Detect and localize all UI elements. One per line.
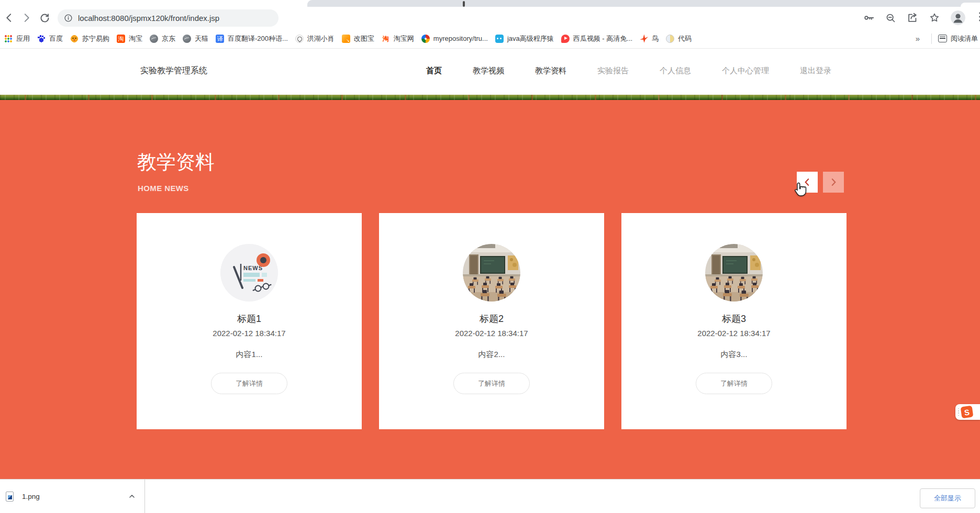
download-item[interactable]: 1.png	[0, 479, 145, 513]
bookmark-item[interactable]: 天猫	[182, 34, 215, 43]
translate-icon	[216, 35, 224, 43]
bookmark-label: 鸟	[652, 34, 659, 43]
bookmark-label: myrepository/tru...	[433, 35, 488, 42]
site-header: 实验教学管理系统 首页 教学视频 教学资料 实验报告 个人信息 个人中心管理 退…	[0, 49, 980, 95]
reading-list-label: 阅读清单	[951, 34, 978, 43]
reading-list-icon	[938, 35, 947, 42]
bookmark-item[interactable]: 洪湖小肖	[294, 34, 341, 43]
news-card: NEWS 标题1 2022-02-12 18:34:17 内容1... 了解详情	[137, 213, 362, 429]
bookmark-label: 天猫	[195, 34, 208, 43]
avatar-icon	[951, 10, 965, 25]
browser-menu-button[interactable]	[976, 10, 980, 25]
taobao-text-icon	[382, 35, 390, 43]
site-info-icon[interactable]	[64, 14, 73, 23]
tab-strip	[0, 0, 980, 7]
section-title: 教学资料	[137, 152, 215, 172]
card-detail-button[interactable]: 了解详情	[211, 373, 287, 394]
image-file-icon	[6, 492, 14, 501]
hero-section: 教学资料 HOME NEWS NEWS	[0, 100, 980, 479]
tab-divider-notch	[463, 1, 465, 7]
bookmarks-bar: 应用 百度 苏宁易购 淘宝 京东 天猫 百度翻译-200种语... 洪湖小肖 改…	[0, 29, 980, 49]
bookmark-item[interactable]: myrepository/tru...	[420, 35, 494, 43]
bookmark-label: 百度翻译-200种语...	[228, 34, 288, 43]
card-detail-button[interactable]: 了解详情	[453, 373, 530, 394]
forward-button[interactable]	[18, 9, 36, 27]
show-all-downloads-button[interactable]: 全部显示	[920, 488, 975, 508]
screenshot-tool-widget[interactable]: S	[955, 404, 980, 420]
bookmark-label: 西瓜视频 - 高清免...	[573, 34, 632, 43]
bookmark-item[interactable]: 淘宝	[116, 34, 149, 43]
zoom-out-icon[interactable]	[885, 13, 896, 24]
tab-strip-background	[307, 0, 980, 7]
globe-icon	[183, 35, 191, 43]
nav-item[interactable]: 实验报告	[597, 66, 629, 76]
download-item-menu[interactable]	[128, 492, 136, 500]
address-bar[interactable]: localhost:8080/jspmx120k/front/index.jsp	[58, 9, 279, 27]
bookmarks-divider	[931, 34, 932, 44]
xigua-icon	[561, 35, 570, 43]
bookmark-item[interactable]: 应用	[3, 34, 36, 43]
baidu-paw-icon	[37, 35, 46, 43]
news-card: 标题3 2022-02-12 18:34:17 内容3... 了解详情	[621, 213, 847, 429]
nav-item[interactable]: 教学视频	[473, 66, 504, 76]
bookmark-item[interactable]: 百度翻译-200种语...	[215, 34, 294, 43]
classroom-photo	[463, 244, 520, 302]
bookmark-item[interactable]: 鸟	[639, 34, 665, 43]
card-title: 标题3	[722, 313, 746, 325]
download-bar: 1.png 全部显示	[0, 479, 980, 513]
globe-icon	[150, 35, 158, 43]
card-date: 2022-02-12 18:34:17	[455, 329, 528, 338]
bookmark-label: 改图宝	[354, 34, 374, 43]
card-content: 内容1...	[236, 350, 263, 360]
bookmark-item[interactable]: 西瓜视频 - 高清免...	[560, 34, 639, 43]
site-brand: 实验教学管理系统	[140, 65, 207, 76]
main-nav: 首页 教学视频 教学资料 实验报告 个人信息 个人中心管理 退出登录	[426, 66, 831, 76]
nav-item[interactable]: 教学资料	[535, 66, 566, 76]
card-content: 内容2...	[478, 350, 505, 360]
bookmark-item[interactable]: 代码	[665, 34, 698, 43]
nav-item[interactable]: 首页	[426, 66, 442, 76]
browser-toolbar: localhost:8080/jspmx120k/front/index.jsp	[0, 7, 980, 29]
bookmark-item[interactable]: 苏宁易购	[69, 34, 116, 43]
suning-lion-icon	[70, 35, 79, 43]
bookmark-label: 洪湖小肖	[307, 34, 335, 43]
code-moon-icon	[666, 35, 674, 43]
card-content: 内容3...	[721, 350, 748, 360]
card-image: NEWS	[220, 244, 278, 302]
banner-grass-strip	[0, 95, 980, 100]
carousel-prev-button[interactable]	[797, 172, 818, 193]
back-button[interactable]	[0, 9, 18, 27]
bookmark-label: 淘宝网	[394, 34, 414, 43]
bookmark-label: 百度	[49, 34, 63, 43]
bookmark-star-icon[interactable]	[929, 12, 940, 24]
three-dots-icon	[976, 10, 980, 23]
bookmarks-list: 应用 百度 苏宁易购 淘宝 京东 天猫 百度翻译-200种语... 洪湖小肖 改…	[3, 34, 698, 43]
bookmark-item[interactable]: java高级程序猿	[494, 34, 560, 43]
nav-item[interactable]: 退出登录	[800, 66, 831, 76]
widget-dots	[958, 408, 959, 416]
chevron-up-icon	[128, 492, 136, 500]
chevron-left-icon	[802, 177, 812, 187]
download-file-name: 1.png	[22, 493, 40, 500]
bookmark-item[interactable]: 改图宝	[341, 34, 381, 43]
url-text: localhost:8080/jspmx120k/front/index.jsp	[78, 14, 219, 23]
bookmark-label: 苏宁易购	[82, 34, 109, 43]
card-detail-button[interactable]: 了解详情	[696, 373, 772, 394]
password-key-icon[interactable]	[863, 12, 875, 24]
bookmark-item[interactable]: 百度	[36, 34, 69, 43]
card-title: 标题1	[237, 313, 261, 325]
carousel-next-button[interactable]	[823, 172, 844, 193]
taobao-icon	[117, 35, 125, 43]
bookmark-item[interactable]: 淘宝网	[381, 34, 420, 43]
bookmark-item[interactable]: 京东	[149, 34, 182, 43]
share-icon[interactable]	[907, 12, 918, 24]
reload-button[interactable]	[36, 9, 53, 27]
apps-icon	[4, 35, 13, 43]
back-icon	[3, 12, 15, 24]
nav-item[interactable]: 个人信息	[660, 66, 691, 76]
card-image	[463, 244, 520, 302]
nav-item[interactable]: 个人中心管理	[722, 66, 769, 76]
profile-avatar[interactable]	[951, 10, 965, 25]
bookmarks-overflow-chevron[interactable]: »	[909, 34, 926, 43]
reading-list-button[interactable]: 阅读清单	[937, 34, 980, 43]
